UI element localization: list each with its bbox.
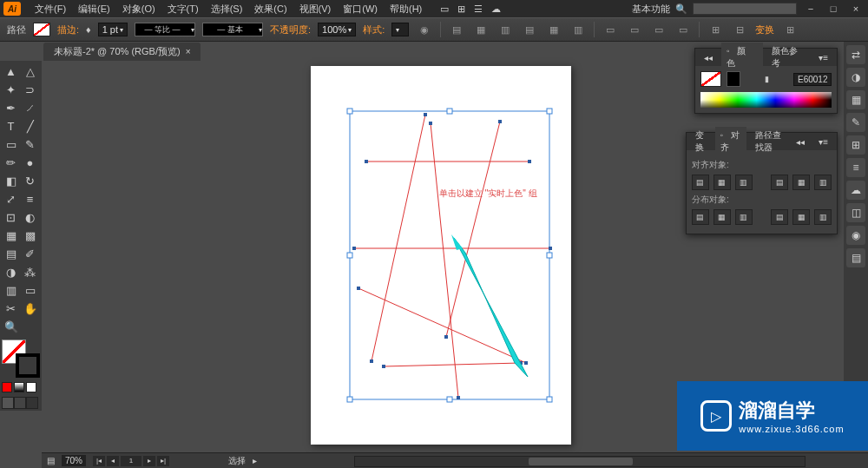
menu-view[interactable]: 视图(V) (294, 1, 337, 17)
page-field[interactable]: 1 (121, 456, 141, 466)
distribute-top-button[interactable]: ▤ (692, 209, 709, 225)
transform-label[interactable]: 变换 (755, 23, 774, 36)
stroke-weight-field[interactable]: 1 pt (98, 23, 128, 36)
align-panel[interactable]: 变换 ◦ 对齐 路径查找器 ◂◂ ▾≡ 对齐对象: ▤ ▦ ▥ ▤ ▦ ▥ 分布… (686, 132, 838, 234)
stroke-label[interactable]: 描边: (57, 23, 79, 36)
status-icon[interactable]: ▤ (47, 456, 55, 465)
paintbrush-tool[interactable]: ✎ (21, 135, 39, 153)
cloud-icon[interactable]: ☁ (491, 3, 501, 15)
style-label[interactable]: 样式: (363, 23, 385, 36)
scale-tool[interactable]: ⤢ (2, 190, 20, 208)
artboard-tool[interactable]: ▭ (21, 281, 39, 299)
align-left-button[interactable]: ▤ (692, 175, 709, 190)
screen-mode-icon-3[interactable] (26, 397, 38, 409)
zoom-field[interactable]: 70% (62, 455, 86, 466)
panel-menu-icon[interactable]: ▾≡ (813, 50, 833, 65)
isolate-icon[interactable]: ⊞ (707, 22, 724, 37)
width-tool[interactable]: ≡ (21, 190, 39, 208)
artboard[interactable]: 单击以建立 "实时上色" 组 (311, 66, 571, 445)
symbol-sprayer-tool[interactable]: ⁂ (21, 263, 39, 280)
document-tab[interactable]: 未标题-2* @ 70% (RGB/预览) × (43, 43, 201, 61)
panel-menu-icon[interactable]: ▾≡ (813, 135, 833, 149)
menu-window[interactable]: 窗口(W) (338, 1, 383, 17)
type-tool[interactable]: T (2, 117, 20, 135)
color-stroke-swatch[interactable] (727, 71, 740, 87)
align-top-icon[interactable]: ▤ (521, 22, 538, 37)
workspace-switcher[interactable]: 基本功能 (632, 3, 670, 16)
stroke-stepper-down[interactable]: ♦ (86, 24, 91, 35)
blend-tool[interactable]: ◑ (2, 263, 20, 280)
align-center-icon[interactable]: ▦ (472, 22, 490, 37)
menu-file[interactable]: 文件(F) (30, 1, 71, 17)
perspective-tool[interactable]: ▦ (2, 227, 20, 244)
menu-edit[interactable]: 编辑(E) (73, 1, 115, 17)
fill-stroke-control[interactable] (2, 339, 40, 378)
hand-tool[interactable]: ✋ (21, 300, 39, 317)
dock-swatches-icon[interactable]: ▦ (846, 90, 865, 109)
color-fill-swatch[interactable] (700, 71, 721, 87)
hex-field[interactable]: E60012 (793, 73, 832, 86)
maximize-button[interactable]: □ (825, 3, 842, 15)
zoom-tool[interactable]: 🔍 (2, 318, 20, 335)
transform-tab[interactable]: 变换 (690, 127, 712, 156)
dock-cloud-icon[interactable]: ☁ (846, 181, 865, 200)
next-page-button[interactable]: ▸ (143, 456, 155, 466)
selection-tool[interactable]: ▲ (2, 63, 20, 80)
distribute-right-button[interactable]: ▥ (814, 209, 832, 225)
dock-layers-icon[interactable]: ◫ (846, 203, 865, 222)
screen-mode-icon-2[interactable] (14, 397, 26, 409)
layout-icon-2[interactable]: ⊞ (457, 3, 465, 15)
dock-graphic-styles-icon[interactable]: ▤ (846, 248, 865, 267)
rectangle-tool[interactable]: ▭ (2, 135, 20, 153)
menu-effect[interactable]: 效果(C) (249, 1, 292, 17)
distribute-icon-2[interactable]: ▭ (626, 22, 643, 37)
transform-menu-icon[interactable]: ⊞ (781, 22, 799, 37)
panel-collapse-icon[interactable]: ◂◂ (791, 135, 810, 149)
panel-collapse-icon[interactable]: ◂◂ (699, 50, 718, 65)
magic-wand-tool[interactable]: ✦ (2, 81, 20, 98)
menu-select[interactable]: 选择(S) (206, 1, 248, 17)
align-vcenter-button[interactable]: ▦ (792, 175, 810, 190)
screen-mode-icon[interactable] (2, 397, 14, 409)
mesh-tool[interactable]: ▩ (21, 227, 39, 244)
dock-symbols-icon[interactable]: ⊞ (846, 135, 865, 155)
line-tool[interactable]: ╱ (21, 117, 39, 135)
eyedropper-tool[interactable]: ✐ (21, 245, 39, 262)
opacity-label[interactable]: 不透明度: (270, 23, 311, 36)
align-left-icon[interactable]: ▤ (448, 22, 465, 37)
opacity-field[interactable]: 100% (318, 23, 356, 36)
dock-stroke-icon[interactable]: ≡ (846, 158, 865, 177)
distribute-left-button[interactable]: ▤ (771, 209, 788, 225)
slice-tool[interactable]: ✂ (2, 300, 20, 317)
align-bottom-button[interactable]: ▥ (814, 175, 832, 190)
horizontal-scrollbar[interactable] (354, 456, 806, 467)
recolor-icon[interactable]: ◉ (416, 22, 433, 37)
align-right-button[interactable]: ▥ (735, 175, 753, 190)
distribute-bottom-button[interactable]: ▥ (735, 209, 753, 225)
curvature-tool[interactable]: ⟋ (21, 99, 39, 116)
distribute-icon[interactable]: ▭ (602, 22, 619, 37)
style-dropdown[interactable] (391, 23, 409, 36)
menu-object[interactable]: 对象(O) (117, 1, 161, 17)
status-menu-icon[interactable]: ▸ (253, 456, 257, 465)
align-tab[interactable]: ◦ 对齐 (715, 127, 746, 156)
distribute-vcenter-button[interactable]: ▦ (713, 209, 731, 225)
stroke-style-dropdown[interactable]: — 基本 (202, 23, 263, 36)
fill-swatch[interactable] (33, 23, 50, 36)
dock-color-icon[interactable]: ◑ (846, 68, 865, 87)
layout-icon[interactable]: ▭ (440, 3, 449, 15)
free-transform-tool[interactable]: ⊡ (2, 208, 20, 226)
pen-tool[interactable]: ✒ (2, 99, 20, 116)
menu-text[interactable]: 文字(T) (162, 1, 204, 17)
stroke-color[interactable] (16, 353, 40, 378)
align-bottom-icon[interactable]: ▥ (569, 22, 587, 37)
color-spectrum[interactable] (700, 92, 832, 108)
color-tab[interactable]: ◦ 颜色 (721, 43, 763, 72)
pathfinder-tab[interactable]: 路径查找器 (750, 127, 787, 156)
close-button[interactable]: × (847, 3, 865, 15)
rotate-tool[interactable]: ↻ (21, 172, 39, 189)
shape-builder-tool[interactable]: ◐ (21, 208, 39, 226)
isolate-icon-2[interactable]: ⊟ (731, 22, 748, 37)
align-hcenter-button[interactable]: ▦ (713, 175, 731, 190)
align-right-icon[interactable]: ▥ (496, 22, 514, 37)
